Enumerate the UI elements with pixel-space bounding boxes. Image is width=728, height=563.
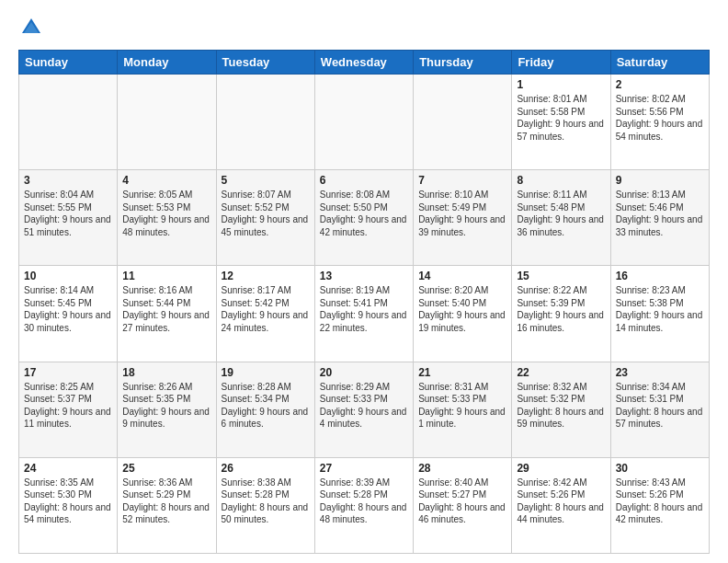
day-info: Sunrise: 8:25 AM Sunset: 5:37 PM Dayligh… <box>24 381 112 431</box>
day-info: Sunrise: 8:39 AM Sunset: 5:28 PM Dayligh… <box>320 477 408 526</box>
calendar-row: 10Sunrise: 8:14 AM Sunset: 5:45 PM Dayli… <box>19 266 710 362</box>
day-number: 5 <box>222 174 310 187</box>
table-cell: 1Sunrise: 8:01 AM Sunset: 5:58 PM Daylig… <box>512 75 610 170</box>
col-monday: Monday <box>118 51 216 75</box>
day-info: Sunrise: 8:20 AM Sunset: 5:40 PM Dayligh… <box>418 284 506 334</box>
day-number: 2 <box>616 78 704 91</box>
day-number: 1 <box>517 78 605 91</box>
table-cell: 12Sunrise: 8:17 AM Sunset: 5:42 PM Dayli… <box>216 266 314 362</box>
logo <box>18 15 48 40</box>
table-cell: 16Sunrise: 8:23 AM Sunset: 5:38 PM Dayli… <box>610 266 709 362</box>
col-wednesday: Wednesday <box>314 51 413 75</box>
day-number: 7 <box>418 174 506 187</box>
day-info: Sunrise: 8:05 AM Sunset: 5:53 PM Dayligh… <box>122 189 210 238</box>
table-cell: 2Sunrise: 8:02 AM Sunset: 5:56 PM Daylig… <box>610 75 709 170</box>
day-info: Sunrise: 8:38 AM Sunset: 5:28 PM Dayligh… <box>222 477 310 526</box>
table-cell: 17Sunrise: 8:25 AM Sunset: 5:37 PM Dayli… <box>19 362 118 457</box>
col-saturday: Saturday <box>610 51 709 75</box>
header <box>18 15 710 40</box>
table-cell: 23Sunrise: 8:34 AM Sunset: 5:31 PM Dayli… <box>610 362 709 457</box>
table-cell: 15Sunrise: 8:22 AM Sunset: 5:39 PM Dayli… <box>512 266 610 362</box>
calendar-row: 3Sunrise: 8:04 AM Sunset: 5:55 PM Daylig… <box>19 170 710 266</box>
table-cell <box>414 75 512 170</box>
calendar-row: 1Sunrise: 8:01 AM Sunset: 5:58 PM Daylig… <box>19 75 710 170</box>
day-info: Sunrise: 8:11 AM Sunset: 5:48 PM Dayligh… <box>517 189 605 238</box>
day-info: Sunrise: 8:16 AM Sunset: 5:44 PM Dayligh… <box>122 284 210 334</box>
day-number: 26 <box>222 462 310 475</box>
day-number: 9 <box>616 174 704 187</box>
table-cell: 19Sunrise: 8:28 AM Sunset: 5:34 PM Dayli… <box>216 362 314 457</box>
day-number: 29 <box>517 462 605 475</box>
table-cell: 22Sunrise: 8:32 AM Sunset: 5:32 PM Dayli… <box>512 362 610 457</box>
day-number: 16 <box>616 270 704 282</box>
logo-icon <box>18 15 44 40</box>
table-cell: 10Sunrise: 8:14 AM Sunset: 5:45 PM Dayli… <box>19 266 118 362</box>
table-cell: 6Sunrise: 8:08 AM Sunset: 5:50 PM Daylig… <box>314 170 413 266</box>
day-info: Sunrise: 8:08 AM Sunset: 5:50 PM Dayligh… <box>320 189 408 238</box>
day-number: 20 <box>320 366 408 379</box>
day-number: 8 <box>517 174 605 187</box>
table-cell: 7Sunrise: 8:10 AM Sunset: 5:49 PM Daylig… <box>414 170 512 266</box>
table-cell: 24Sunrise: 8:35 AM Sunset: 5:30 PM Dayli… <box>19 457 118 553</box>
day-info: Sunrise: 8:19 AM Sunset: 5:41 PM Dayligh… <box>320 284 408 334</box>
table-cell <box>118 75 216 170</box>
calendar-table: Sunday Monday Tuesday Wednesday Thursday… <box>18 50 710 554</box>
table-cell: 11Sunrise: 8:16 AM Sunset: 5:44 PM Dayli… <box>118 266 216 362</box>
table-cell: 8Sunrise: 8:11 AM Sunset: 5:48 PM Daylig… <box>512 170 610 266</box>
day-number: 17 <box>24 366 112 379</box>
day-number: 15 <box>517 270 605 282</box>
day-info: Sunrise: 8:10 AM Sunset: 5:49 PM Dayligh… <box>418 189 506 238</box>
col-tuesday: Tuesday <box>216 51 314 75</box>
day-number: 25 <box>122 462 210 475</box>
day-info: Sunrise: 8:43 AM Sunset: 5:26 PM Dayligh… <box>616 477 704 526</box>
table-cell: 29Sunrise: 8:42 AM Sunset: 5:26 PM Dayli… <box>512 457 610 553</box>
day-number: 11 <box>122 270 210 282</box>
day-number: 12 <box>222 270 310 282</box>
day-number: 19 <box>222 366 310 379</box>
table-cell: 21Sunrise: 8:31 AM Sunset: 5:33 PM Dayli… <box>414 362 512 457</box>
table-cell <box>314 75 413 170</box>
day-number: 30 <box>616 462 704 475</box>
table-cell: 9Sunrise: 8:13 AM Sunset: 5:46 PM Daylig… <box>610 170 709 266</box>
day-number: 23 <box>616 366 704 379</box>
table-cell: 20Sunrise: 8:29 AM Sunset: 5:33 PM Dayli… <box>314 362 413 457</box>
day-info: Sunrise: 8:14 AM Sunset: 5:45 PM Dayligh… <box>24 284 112 334</box>
table-cell: 27Sunrise: 8:39 AM Sunset: 5:28 PM Dayli… <box>314 457 413 553</box>
day-info: Sunrise: 8:13 AM Sunset: 5:46 PM Dayligh… <box>616 189 704 238</box>
day-info: Sunrise: 8:07 AM Sunset: 5:52 PM Dayligh… <box>222 189 310 238</box>
table-cell: 3Sunrise: 8:04 AM Sunset: 5:55 PM Daylig… <box>19 170 118 266</box>
day-info: Sunrise: 8:36 AM Sunset: 5:29 PM Dayligh… <box>122 477 210 526</box>
table-cell <box>216 75 314 170</box>
day-info: Sunrise: 8:35 AM Sunset: 5:30 PM Dayligh… <box>24 477 112 526</box>
day-info: Sunrise: 8:26 AM Sunset: 5:35 PM Dayligh… <box>122 381 210 431</box>
day-number: 18 <box>122 366 210 379</box>
day-info: Sunrise: 8:04 AM Sunset: 5:55 PM Dayligh… <box>24 189 112 238</box>
day-number: 6 <box>320 174 408 187</box>
day-info: Sunrise: 8:23 AM Sunset: 5:38 PM Dayligh… <box>616 284 704 334</box>
calendar-header-row: Sunday Monday Tuesday Wednesday Thursday… <box>19 51 710 75</box>
table-cell: 28Sunrise: 8:40 AM Sunset: 5:27 PM Dayli… <box>414 457 512 553</box>
table-cell <box>19 75 118 170</box>
day-info: Sunrise: 8:02 AM Sunset: 5:56 PM Dayligh… <box>616 93 704 143</box>
day-number: 10 <box>24 270 112 282</box>
day-info: Sunrise: 8:31 AM Sunset: 5:33 PM Dayligh… <box>418 381 506 431</box>
day-info: Sunrise: 8:40 AM Sunset: 5:27 PM Dayligh… <box>418 477 506 526</box>
day-number: 14 <box>418 270 506 282</box>
day-info: Sunrise: 8:22 AM Sunset: 5:39 PM Dayligh… <box>517 284 605 334</box>
table-cell: 18Sunrise: 8:26 AM Sunset: 5:35 PM Dayli… <box>118 362 216 457</box>
table-cell: 30Sunrise: 8:43 AM Sunset: 5:26 PM Dayli… <box>610 457 709 553</box>
day-number: 4 <box>122 174 210 187</box>
table-cell: 14Sunrise: 8:20 AM Sunset: 5:40 PM Dayli… <box>414 266 512 362</box>
day-info: Sunrise: 8:29 AM Sunset: 5:33 PM Dayligh… <box>320 381 408 431</box>
day-number: 13 <box>320 270 408 282</box>
day-info: Sunrise: 8:34 AM Sunset: 5:31 PM Dayligh… <box>616 381 704 431</box>
calendar-row: 17Sunrise: 8:25 AM Sunset: 5:37 PM Dayli… <box>19 362 710 457</box>
day-info: Sunrise: 8:32 AM Sunset: 5:32 PM Dayligh… <box>517 381 605 431</box>
day-info: Sunrise: 8:01 AM Sunset: 5:58 PM Dayligh… <box>517 93 605 143</box>
table-cell: 25Sunrise: 8:36 AM Sunset: 5:29 PM Dayli… <box>118 457 216 553</box>
day-number: 28 <box>418 462 506 475</box>
day-number: 24 <box>24 462 112 475</box>
table-cell: 26Sunrise: 8:38 AM Sunset: 5:28 PM Dayli… <box>216 457 314 553</box>
col-thursday: Thursday <box>414 51 512 75</box>
day-number: 27 <box>320 462 408 475</box>
